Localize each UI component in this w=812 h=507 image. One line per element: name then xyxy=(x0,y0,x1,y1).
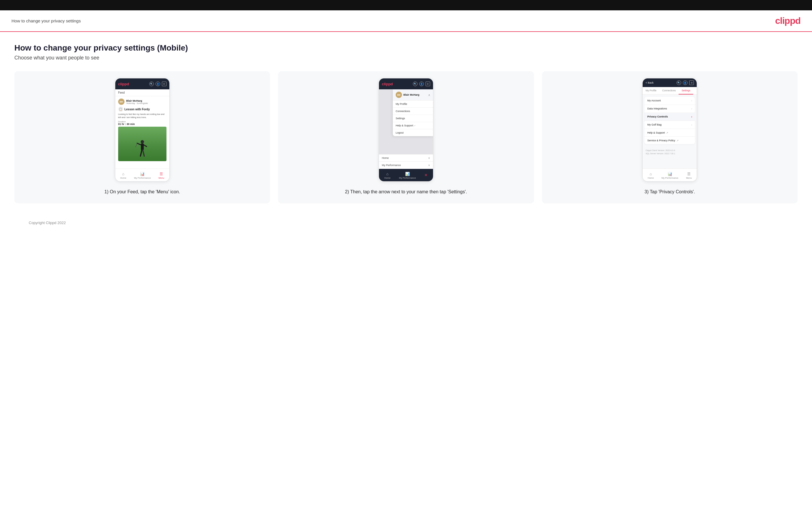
nav-home-item[interactable]: Home ∨ xyxy=(379,154,433,161)
step-1-phone: clippd 🔍 👤 ⚙ Feed BM Blair McHarg xyxy=(115,78,170,181)
settings-item-my-account[interactable]: My Account › xyxy=(644,97,695,105)
top-bar xyxy=(0,0,812,10)
phone-1-feed: Feed BM Blair McHarg Yesterday · Sunning… xyxy=(115,89,169,169)
step-2-card: clippd 🔍 👤 ⚙ BM Blair McHarg xyxy=(278,71,534,204)
phone-2-bottom-bar: ⌂ Home 📊 My Performance ✕ xyxy=(379,169,433,181)
feed-duration: 01 hr : 30 min xyxy=(118,123,166,125)
settings-icon-2: ⚙ xyxy=(425,81,430,86)
menu-dropdown: BM Blair McHarg ∧ My Profile Connections… xyxy=(393,89,433,136)
phone-2-nav: clippd 🔍 👤 ⚙ xyxy=(379,78,433,89)
close-icon: ✕ xyxy=(424,173,427,177)
bottom-performance-2[interactable]: 📊 My Performance xyxy=(399,172,416,179)
settings-icon-3: ⚙ xyxy=(689,80,694,85)
settings-icon: ⚙ xyxy=(162,81,166,86)
step-2-phone: clippd 🔍 👤 ⚙ BM Blair McHarg xyxy=(379,78,433,181)
phone-1-bottom-bar: ⌂ Home 📊 My Performance ☰ Menu xyxy=(115,169,169,181)
search-icon-3: 🔍 xyxy=(676,80,681,85)
settings-item-data-integrations[interactable]: Data Integrations › xyxy=(644,105,695,113)
settings-item-privacy-controls[interactable]: Privacy Controls › xyxy=(644,113,695,121)
feed-username: Blair McHarg xyxy=(126,99,148,102)
step-3-phone: < Back 🔍 👤 ⚙ My Profile Connections Sett… xyxy=(642,78,697,181)
menu-item-help[interactable]: Help & Support xyxy=(393,122,433,129)
search-icon: 🔍 xyxy=(149,81,154,86)
step-1-card: clippd 🔍 👤 ⚙ Feed BM Blair McHarg xyxy=(14,71,270,204)
bottom-home[interactable]: ⌂ Home xyxy=(120,172,126,179)
bottom-performance-3[interactable]: 📊 My Performance xyxy=(662,172,678,179)
step-2-desc: 2) Then, tap the arrow next to your name… xyxy=(345,188,467,195)
feed-duration-label: Duration xyxy=(118,121,166,123)
back-button[interactable]: < Back xyxy=(646,81,654,84)
nav-performance-chevron: ∨ xyxy=(428,164,430,167)
feed-meta: Yesterday · Sunningdale xyxy=(126,102,148,104)
step-1-desc: 1) On your Feed, tap the 'Menu' icon. xyxy=(104,188,180,195)
menu-item-settings[interactable]: Settings xyxy=(393,115,433,122)
bottom-menu[interactable]: ☰ Menu xyxy=(158,172,164,179)
home-icon-2: ⌂ xyxy=(387,172,389,176)
phone-2-logo: clippd xyxy=(382,82,393,86)
chart-icon-3: 📊 xyxy=(668,172,672,176)
feed-label: Feed xyxy=(115,89,169,96)
svg-line-6 xyxy=(143,150,144,156)
chevron-my-golf-bag: › xyxy=(691,123,692,126)
user-icon-2: 👤 xyxy=(419,81,424,86)
phone-1-nav: clippd 🔍 👤 ⚙ xyxy=(115,78,169,89)
steps-grid: clippd 🔍 👤 ⚙ Feed BM Blair McHarg xyxy=(14,71,798,204)
menu-item-connections[interactable]: Connections xyxy=(393,108,433,115)
settings-item-service-privacy[interactable]: Service & Privacy Policy ↗ xyxy=(644,137,695,144)
settings-item-my-golf-bag[interactable]: My Golf Bag › xyxy=(644,121,695,129)
tab-my-profile[interactable]: My Profile xyxy=(643,87,659,94)
bottom-home-2[interactable]: ⌂ Home xyxy=(385,172,391,179)
feed-user-info: Blair McHarg Yesterday · Sunningdale xyxy=(126,99,148,104)
chart-icon: 📊 xyxy=(140,172,145,176)
bottom-performance[interactable]: 📊 My Performance xyxy=(134,172,151,179)
phone-2-menu: BM Blair McHarg ∧ My Profile Connections… xyxy=(379,89,433,169)
svg-line-5 xyxy=(140,150,142,156)
phone-3-settings: My Account › Data Integrations › Privacy… xyxy=(643,95,697,169)
bottom-close[interactable]: ✕ xyxy=(424,173,427,178)
settings-version: Clippd Client Version: 2022.8.3-3 SQL Se… xyxy=(643,147,697,157)
phone-3-icons: 🔍 👤 ⚙ xyxy=(676,80,694,85)
header: How to change your privacy settings clip… xyxy=(0,10,812,32)
phone-2-icons: 🔍 👤 ⚙ xyxy=(413,81,430,86)
main-content: How to change your privacy settings (Mob… xyxy=(0,32,812,245)
phone-1-logo: clippd xyxy=(118,82,129,86)
feed-user-row: BM Blair McHarg Yesterday · Sunningdale xyxy=(118,99,166,105)
lesson-icon: 📋 xyxy=(118,107,123,112)
svg-point-0 xyxy=(141,140,144,144)
chevron-my-account: › xyxy=(691,99,692,102)
copyright-text: Copyright Clippd 2022 xyxy=(29,221,66,225)
settings-back-bar: < Back 🔍 👤 ⚙ xyxy=(643,78,697,87)
menu-user-row[interactable]: BM Blair McHarg ∧ xyxy=(393,89,433,101)
step-3-desc: 3) Tap 'Privacy Controls'. xyxy=(644,188,695,195)
chevron-privacy-controls: › xyxy=(691,115,692,118)
home-icon-3: ⌂ xyxy=(650,172,652,176)
settings-list: My Account › Data Integrations › Privacy… xyxy=(644,97,695,144)
golfer-svg xyxy=(135,138,150,161)
menu-icon: ☰ xyxy=(160,172,163,176)
phone-3-bottom-bar: ⌂ Home 📊 My Performance ☰ Menu xyxy=(643,169,697,181)
feed-post: BM Blair McHarg Yesterday · Sunningdale … xyxy=(115,96,169,163)
footer: Copyright Clippd 2022 xyxy=(14,215,798,233)
settings-item-help-support[interactable]: Help & Support ↗ xyxy=(644,129,695,137)
user-icon-3: 👤 xyxy=(683,80,688,85)
tab-settings[interactable]: Settings xyxy=(678,87,693,95)
settings-tabs: My Profile Connections Settings xyxy=(643,87,697,95)
feed-post-desc: Looking to feel like my hands are exitin… xyxy=(118,113,166,119)
nav-performance-item[interactable]: My Performance ∨ xyxy=(379,161,433,169)
privacy-ext-icon: ↗ xyxy=(676,139,678,142)
logo: clippd xyxy=(775,15,801,26)
svg-rect-1 xyxy=(141,143,144,150)
menu-username: Blair McHarg xyxy=(403,93,419,96)
user-icon: 👤 xyxy=(156,81,160,86)
menu-icon-3: ☰ xyxy=(687,172,691,176)
phone-nav-items: Home ∨ My Performance ∨ xyxy=(379,154,433,169)
bottom-menu-3[interactable]: ☰ Menu xyxy=(686,172,692,179)
phone-1-icons: 🔍 👤 ⚙ xyxy=(149,81,166,86)
menu-item-profile[interactable]: My Profile xyxy=(393,101,433,108)
svg-line-2 xyxy=(137,143,141,145)
step-3-card: < Back 🔍 👤 ⚙ My Profile Connections Sett… xyxy=(542,71,798,204)
bottom-home-3[interactable]: ⌂ Home xyxy=(648,172,654,179)
home-icon: ⌂ xyxy=(122,172,124,176)
menu-item-logout[interactable]: Logout xyxy=(393,129,433,136)
tab-connections[interactable]: Connections xyxy=(659,87,678,94)
